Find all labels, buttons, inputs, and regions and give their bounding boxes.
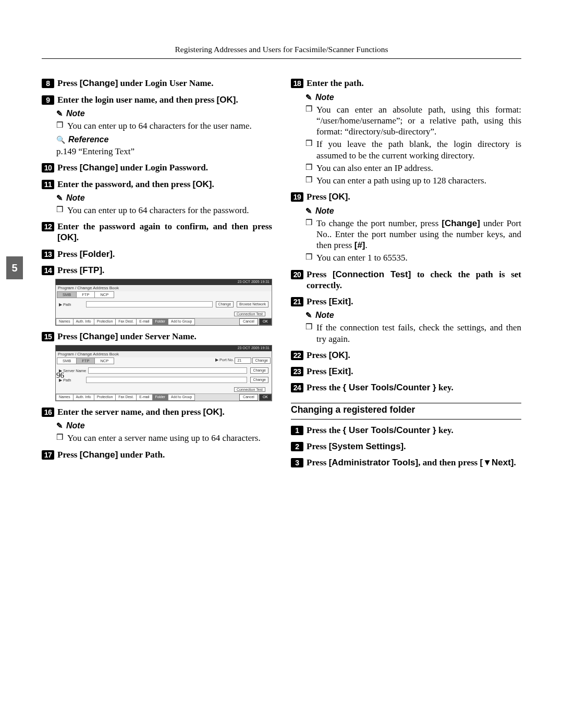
connection-test-button[interactable]: Connection Test — [234, 387, 265, 392]
tab-email[interactable]: E-mail — [136, 394, 152, 401]
text: . — [365, 240, 368, 250]
tab-protection[interactable]: Protection — [94, 394, 116, 401]
step-text: Press [Change] under Server Name. — [57, 331, 272, 342]
step-number-icon: 2 — [291, 442, 303, 451]
step-text: Press [Folder]. — [57, 249, 272, 260]
step-number-icon: 1 — [291, 426, 303, 435]
text: Press — [57, 265, 80, 275]
ok-button[interactable]: OK — [259, 394, 272, 401]
tab-email[interactable]: E-mail — [136, 318, 152, 325]
note-label: Note — [315, 206, 334, 216]
path-input[interactable] — [86, 377, 247, 383]
page-number: 96 — [56, 371, 64, 380]
text: Press — [307, 458, 329, 467]
step-18: 18 Enter the path. — [291, 78, 521, 89]
text: under Path. — [118, 450, 165, 460]
step-text: Press [Exit]. — [307, 296, 521, 307]
note-item: ❒You can enter 1 to 65535. — [305, 252, 521, 263]
text: . — [77, 232, 79, 242]
step-text: Press [Administrator Tools], and then pr… — [307, 457, 521, 468]
screen-bottom-tabs: Names Auth. Info Protection Fax Dest. E-… — [56, 318, 272, 325]
tab-smb[interactable]: SMB — [57, 291, 77, 298]
step-15: 15 Press [Change] under Server Name. — [42, 331, 272, 342]
path-input[interactable] — [86, 301, 213, 307]
text: Press — [57, 331, 80, 341]
tab-add-group[interactable]: Add to Group — [168, 318, 195, 325]
tab-folder[interactable]: Folder — [152, 318, 168, 325]
note-list: ❒You can enter a server name using up to… — [56, 433, 272, 443]
tab-ncp[interactable]: NCP — [94, 291, 114, 298]
key-label: [Change] — [80, 331, 118, 341]
text: key. — [436, 382, 454, 392]
tab-ncp[interactable]: NCP — [94, 357, 114, 364]
tab-ftp[interactable]: FTP — [76, 357, 95, 364]
text: . — [102, 265, 104, 275]
tab-ftp[interactable]: FTP — [76, 291, 95, 298]
change-button[interactable]: Change — [216, 301, 234, 307]
change-path-button[interactable]: Change — [250, 377, 268, 383]
right-column: 18 Enter the path. Note ❒You can enter a… — [291, 72, 521, 471]
text: . — [513, 458, 516, 467]
step-10: 10 Press [Change] under Login Password. — [42, 162, 272, 173]
connection-test-row: Connection Test — [59, 311, 268, 317]
subsection-heading: Changing a registered folder — [291, 403, 521, 419]
tab-protection[interactable]: Protection — [94, 318, 116, 325]
tab-auth-info[interactable]: Auth. Info — [73, 318, 94, 325]
note-label: Note — [315, 310, 334, 320]
server-name-input[interactable] — [88, 367, 247, 374]
note-list: ❒You can enter up to 64 characters for t… — [56, 120, 272, 131]
step-number-icon: 22 — [291, 351, 303, 360]
bullet-icon: ❒ — [56, 433, 63, 443]
connection-test-button[interactable]: Connection Test — [234, 312, 265, 316]
tab-auth-info[interactable]: Auth. Info — [73, 394, 94, 401]
path-row: ▶ Path Change — [59, 377, 268, 383]
note-item: ❒You can enter an absolute path, using t… — [305, 104, 521, 138]
tab-names[interactable]: Names — [56, 394, 74, 401]
key-label: [Connection Test] — [333, 269, 411, 279]
note-block-11: Note ❒You can enter up to 64 characters … — [56, 193, 272, 216]
key-label: [Change] — [80, 450, 118, 460]
browse-network-button[interactable]: Browse Network — [237, 301, 268, 307]
change-port-button[interactable]: Change — [252, 357, 271, 364]
step-11: 11 Enter the password, and then press [O… — [42, 179, 272, 190]
cancel-button[interactable]: Cancel — [239, 394, 258, 401]
text: Press — [307, 269, 333, 279]
step-text: Enter the password again to confirm, and… — [57, 221, 272, 243]
step-b3: 3 Press [Administrator Tools], and then … — [291, 457, 521, 468]
key-label: [#] — [354, 240, 365, 250]
screen-body: ▶ Server Name Change ▶ Path Change Conne… — [56, 364, 272, 393]
note-list: ❒You can enter an absolute path, using t… — [305, 104, 521, 187]
bullet-icon: ❒ — [305, 252, 312, 263]
text: Press the — [307, 425, 343, 435]
change-server-button[interactable]: Change — [250, 367, 268, 374]
cancel-button[interactable]: Cancel — [239, 318, 258, 325]
screen-topbar: 23 OCT 2005 19:31 — [56, 279, 272, 285]
server-name-row: ▶ Server Name Change — [59, 367, 268, 374]
port-value: 21 — [235, 357, 251, 364]
note-text: If you leave the path blank, the login d… — [316, 139, 521, 161]
step-number-icon: 10 — [42, 163, 54, 172]
tab-fax-dest[interactable]: Fax Dest. — [115, 394, 137, 401]
text: Press — [307, 297, 329, 306]
step-13: 13 Press [Folder]. — [42, 249, 272, 260]
reference-label: Reference — [68, 134, 108, 145]
text: . — [351, 366, 353, 376]
step-20: 20 Press [Connection Test] to check the … — [291, 269, 521, 291]
ok-button[interactable]: OK — [259, 318, 272, 325]
tab-names[interactable]: Names — [56, 318, 74, 325]
key-label: [FTP] — [80, 265, 102, 275]
note-item: ❒You can enter a server name using up to… — [56, 433, 272, 443]
tab-add-group[interactable]: Add to Group — [168, 394, 195, 401]
step-number-icon: 18 — [291, 79, 303, 88]
tab-folder[interactable]: Folder — [152, 394, 168, 401]
text: under Login User Name. — [118, 78, 213, 88]
note-heading: Note — [56, 421, 272, 431]
pencil-icon — [56, 193, 63, 203]
text: Enter the password, and then press — [57, 179, 193, 189]
screen-protocol-tabs: SMB FTP NCP ▶ Port No. 21 Change — [56, 357, 272, 364]
text: . — [212, 179, 214, 189]
note-item: ❒You can enter up to 64 characters for t… — [56, 120, 272, 131]
tab-fax-dest[interactable]: Fax Dest. — [115, 318, 137, 325]
note-list: ❒If the connection test fails, check the… — [305, 322, 521, 344]
tab-smb[interactable]: SMB — [57, 357, 77, 364]
